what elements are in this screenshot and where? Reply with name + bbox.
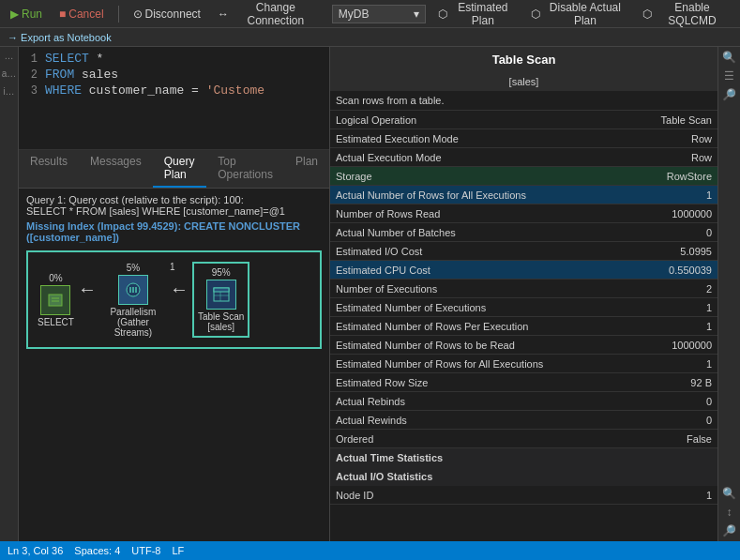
plan-select-pct: 0% [49, 273, 62, 283]
line-number-2: 2 [19, 68, 45, 82]
toolbar-right: ⬡ Estimated Plan ⬡ Disable Actual Plan ⬡… [433, 0, 734, 29]
select-node-svg [46, 291, 65, 310]
plan-node-parallelism-wrapper: 5% Parallelism(Gather Streams) [100, 263, 166, 338]
db-name: MyDB [339, 8, 370, 21]
code-editor: 1 SELECT * 2 FROM sales 3 WHERE customer… [19, 47, 329, 150]
prop-subtitle: [sales] [330, 72, 717, 91]
query-info: Query 1: Query cost (relative to the scr… [26, 194, 322, 217]
plan-node-tablescan[interactable]: Table Scan[sales] [198, 280, 244, 332]
tab-results[interactable]: Results [19, 150, 79, 188]
query-plan-panel: Query 1: Query cost (relative to the scr… [19, 189, 329, 541]
prop-row: Actual Number of Batches0 [330, 223, 717, 242]
left-panel: 1 SELECT * 2 FROM sales 3 WHERE customer… [19, 47, 330, 541]
svg-rect-0 [49, 295, 62, 306]
change-connection-button[interactable]: ↔ Change Connection [213, 0, 325, 29]
prop-key: Estimated Number of Rows for All Executi… [330, 355, 555, 372]
prop-row: StorageRowStore [330, 167, 717, 186]
sidebar-icon-3: i… [3, 86, 14, 97]
prop-key: Actual Rewinds [330, 411, 555, 429]
estimated-plan-button[interactable]: ⬡ Estimated Plan [433, 0, 521, 29]
prop-key: Estimated Number of Executions [330, 298, 555, 316]
run-button[interactable]: ▶ Run [6, 6, 47, 23]
line-content-2: FROM sales [45, 68, 118, 82]
prop-val: 1 [555, 186, 717, 204]
rs-icon-search[interactable]: 🔍 [722, 487, 736, 500]
plan-node-parallelism[interactable]: Parallelism(Gather Streams) [100, 275, 166, 338]
left-sidebar: … a… i… [0, 47, 19, 541]
rs-icon-zoom-in[interactable]: 🔍 [722, 51, 736, 64]
plan-node-parallelism-icon [118, 275, 148, 305]
prop-key: Predicate [330, 505, 717, 541]
prop-val: 1000000 [555, 336, 717, 354]
missing-index-text: Missing Index (Impact 99.4529): CREATE N… [26, 220, 300, 243]
prop-val: Table Scan [555, 111, 717, 129]
plan-node-select-label: SELECT [38, 317, 74, 327]
run-label: Run [22, 8, 42, 21]
prop-val: 1 [555, 486, 717, 504]
plan-arrow-1: ← [74, 279, 100, 300]
disconnect-label: Disconnect [145, 8, 201, 21]
rs-icon-menu[interactable]: ☰ [724, 69, 734, 83]
plan-arrow-2: 1 ← [166, 279, 192, 300]
sidebar-icon-1: … [5, 51, 14, 61]
prop-row: Actual Execution ModeRow [330, 148, 717, 167]
disable-actual-button[interactable]: ⬡ Disable Actual Plan [526, 0, 632, 29]
rs-icon-fit[interactable]: ↕ [727, 506, 732, 519]
cancel-button[interactable]: ■ Cancel [54, 6, 109, 23]
tab-top-operations[interactable]: Top Operations [206, 150, 284, 188]
prop-val: False [555, 430, 717, 447]
plan-parallelism-pct: 5% [127, 263, 140, 273]
prop-val: 5.0995 [555, 242, 717, 260]
plan-node-tablescan-wrapper: 95% Table Scan[sales] [192, 262, 249, 338]
prop-val: 1 [555, 298, 717, 316]
tabs-bar: Results Messages Query Plan Top Operatio… [19, 150, 329, 189]
tab-query-plan[interactable]: Query Plan [153, 150, 207, 188]
db-selector[interactable]: MyDB ▾ [332, 5, 426, 23]
prop-val: 0 [555, 223, 717, 241]
prop-key: Ordered [330, 430, 555, 447]
prop-section-actual-i/o-statistics: Actual I/O Statistics [330, 467, 717, 486]
separator-1 [118, 6, 119, 23]
prop-key: Number of Executions [330, 280, 555, 297]
prop-section-actual-time-statistics: Actual Time Statistics [330, 448, 717, 467]
enable-sqlcmd-button[interactable]: ⬡ Enable SQLCMD [638, 0, 734, 29]
disconnect-button[interactable]: ⊙ Disconnect [128, 6, 205, 23]
sqlcmd-icon: ⬡ [642, 8, 652, 21]
rs-icon-zoom-out[interactable]: 🔎 [722, 88, 736, 101]
status-encoding: UTF-8 [131, 545, 160, 556]
plan-icon: ⬡ [438, 8, 447, 21]
prop-row: Actual Number of Rows for All Executions… [330, 186, 717, 204]
plan-node-tablescan-icon [206, 280, 236, 310]
prop-val: 1 [555, 355, 717, 372]
prop-row: Estimated Number of Executions1 [330, 298, 717, 317]
prop-key: Storage [330, 167, 555, 185]
prop-val: 0 [555, 392, 717, 410]
prop-key: Logical Operation [330, 111, 555, 129]
export-bar[interactable]: → Export as Notebook [0, 28, 740, 47]
disconnect-icon: ⊙ [133, 8, 143, 21]
prop-row: Actual Rebinds0 [330, 392, 717, 411]
prop-val: 2 [555, 280, 717, 297]
status-ln-col: Ln 3, Col 36 [8, 545, 63, 556]
prop-val: 1 [555, 317, 717, 335]
prop-key: Estimated Number of Rows to be Read [330, 336, 555, 354]
rs-icon-expand[interactable]: 🔎 [722, 524, 736, 537]
line-number-3: 3 [19, 84, 45, 98]
cancel-icon: ■ [59, 8, 66, 21]
connection-icon: ↔ [218, 8, 229, 21]
code-line-1: 1 SELECT * [19, 51, 329, 67]
status-line-ending: LF [172, 545, 184, 556]
svg-rect-8 [214, 288, 229, 292]
tab-plan[interactable]: Plan [284, 150, 329, 188]
prop-key: Actual Number of Batches [330, 223, 555, 241]
parallelism-node-svg [124, 280, 143, 299]
prop-row: Number of Rows Read1000000 [330, 204, 717, 223]
query-sql-text: SELECT * FROM [sales] WHERE [customer_na… [26, 205, 285, 217]
status-bar: Ln 3, Col 36 Spaces: 4 UTF-8 LF [0, 541, 740, 560]
tab-messages[interactable]: Messages [79, 150, 153, 188]
plan-node-tablescan-label: Table Scan[sales] [198, 311, 244, 332]
plan-node-select[interactable]: SELECT [38, 285, 74, 327]
prop-row: Estimated Row Size92 B [330, 373, 717, 392]
prop-row: Predicate[MyDB].[dbo].[sales].[customer_… [330, 505, 717, 541]
prop-key: Number of Rows Read [330, 204, 555, 222]
